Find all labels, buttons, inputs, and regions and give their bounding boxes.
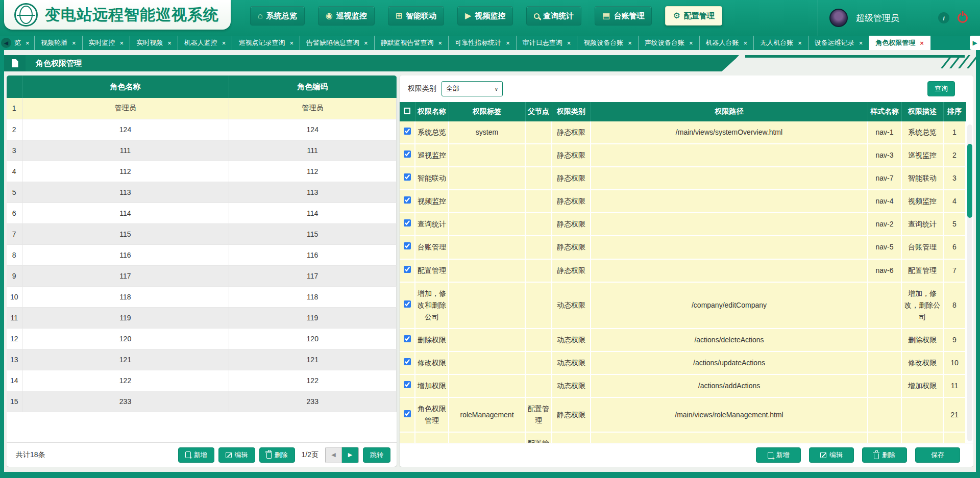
permission-row[interactable]: 巡视监控 静态权限 nav-3 巡视监控 2 <box>400 144 966 167</box>
permission-row[interactable]: 台账管理 静态权限 nav-5 台账管理 6 <box>400 236 966 259</box>
nav-ledger-management[interactable]: ▤ 台账管理 <box>595 6 652 26</box>
permission-row[interactable]: 增加权限 动态权限 /actions/addActions 增加权限 11 <box>400 374 966 397</box>
role-code-cell[interactable]: 117 <box>229 265 397 286</box>
tab[interactable]: 可靠性指标统计 × <box>449 36 517 50</box>
permission-row[interactable]: 查询统计 静态权限 nav-2 查询统计 5 <box>400 213 966 236</box>
next-page-button[interactable]: ▶ <box>342 447 358 463</box>
role-name-cell[interactable]: 113 <box>22 182 229 203</box>
role-row[interactable]: 3 111 111 <box>7 140 397 161</box>
role-row[interactable]: 15 233 233 <box>7 391 397 412</box>
permission-checkbox[interactable] <box>404 335 411 342</box>
role-edit-button[interactable]: 编辑 <box>218 447 255 463</box>
tab-close-icon[interactable]: × <box>167 39 172 47</box>
nav-config-management[interactable]: ⚙ 配置管理 <box>665 6 722 26</box>
role-code-cell[interactable]: 120 <box>229 328 397 349</box>
tab-close-icon[interactable]: × <box>120 39 124 47</box>
tab[interactable]: 无人机台账 × <box>754 36 808 50</box>
role-name-cell[interactable]: 115 <box>22 223 229 244</box>
role-name-cell[interactable]: 121 <box>22 349 229 370</box>
permission-checkbox[interactable] <box>404 381 411 388</box>
perm-edit-button[interactable]: 编辑 <box>809 447 854 463</box>
nav-video-monitor[interactable]: ▶ 视频监控 <box>457 6 513 26</box>
tab-close-icon[interactable]: × <box>506 39 510 47</box>
tab[interactable]: 巡视点记录查询 × <box>232 36 300 50</box>
tab-close-icon[interactable]: × <box>72 39 76 47</box>
role-row[interactable]: 11 119 119 <box>7 307 397 328</box>
permission-row[interactable]: 智能联动 静态权限 nav-7 智能联动 3 <box>400 167 966 190</box>
role-row[interactable]: 8 116 116 <box>7 244 397 265</box>
info-icon[interactable]: i <box>938 12 949 23</box>
role-name-cell[interactable]: 111 <box>22 140 229 161</box>
tab-close-icon[interactable]: × <box>26 39 30 47</box>
tab-close-icon[interactable]: × <box>567 39 571 47</box>
avatar[interactable] <box>829 9 848 27</box>
permission-row[interactable]: 修改权限 动态权限 /actions/updateActions 修改权限 10 <box>400 351 966 374</box>
role-name-cell[interactable]: 122 <box>22 370 229 391</box>
permission-checkbox[interactable] <box>404 128 411 135</box>
tab[interactable]: 视频设备台账 × <box>577 36 639 50</box>
role-code-cell[interactable]: 115 <box>229 223 397 244</box>
role-row[interactable]: 1 管理员 管理员 <box>7 98 397 119</box>
role-row[interactable]: 4 112 112 <box>7 161 397 182</box>
role-code-cell[interactable]: 112 <box>229 161 397 182</box>
role-name-cell[interactable]: 114 <box>22 203 229 223</box>
tab[interactable]: 静默监视告警查询 × <box>375 36 449 50</box>
select-all-checkbox[interactable] <box>404 108 410 114</box>
permission-type-select[interactable]: 全部 ∨ <box>442 81 503 96</box>
role-code-cell[interactable]: 116 <box>229 244 397 265</box>
role-name-cell[interactable]: 管理员 <box>22 98 229 119</box>
tab[interactable]: 机器人台账 × <box>700 36 754 50</box>
role-name-cell[interactable]: 120 <box>22 328 229 349</box>
role-row[interactable]: 7 115 115 <box>7 223 397 244</box>
role-name-cell[interactable]: 119 <box>22 307 229 328</box>
role-code-cell[interactable]: 118 <box>229 286 397 307</box>
tab[interactable]: 实时监控 × <box>83 36 131 50</box>
tab-close-icon[interactable]: × <box>628 39 632 47</box>
tab[interactable]: 声纹设备台账 × <box>639 36 700 50</box>
permission-row[interactable]: 角色权限管理 roleManagement 配置管理 静态权限 /main/vi… <box>400 397 966 432</box>
role-name-cell[interactable]: 118 <box>22 286 229 307</box>
permission-checkbox[interactable] <box>404 173 411 181</box>
role-row[interactable]: 6 114 114 <box>7 203 397 223</box>
permission-row[interactable]: 配置管理 静态权限 nav-6 配置管理 7 <box>400 259 966 282</box>
permission-row[interactable]: 系统总览 system 静态权限 /main/views/systemOverv… <box>400 121 966 144</box>
permission-checkbox[interactable] <box>404 150 411 158</box>
nav-inspection-monitor[interactable]: ◉ 巡视监控 <box>318 6 375 26</box>
role-delete-button[interactable]: 删除 <box>259 447 295 463</box>
tab-close-icon[interactable]: × <box>859 39 863 47</box>
role-code-cell[interactable]: 122 <box>229 370 397 391</box>
permission-checkbox[interactable] <box>404 300 411 308</box>
role-name-cell[interactable]: 116 <box>22 244 229 265</box>
permission-checkbox[interactable] <box>404 242 411 249</box>
save-button[interactable]: 保存 <box>915 447 960 463</box>
role-row[interactable]: 13 121 121 <box>7 349 397 370</box>
role-row[interactable]: 14 122 122 <box>7 370 397 391</box>
perm-delete-button[interactable]: 删除 <box>862 447 907 463</box>
prev-page-button[interactable]: ◀ <box>326 447 342 463</box>
role-name-cell[interactable]: 117 <box>22 265 229 286</box>
power-logout-icon[interactable] <box>958 13 968 23</box>
tab-close-icon[interactable]: × <box>289 39 293 47</box>
role-name-cell[interactable]: 124 <box>22 119 229 140</box>
tab-close-icon[interactable]: × <box>798 39 802 47</box>
nav-system-overview[interactable]: ⌂ 系统总览 <box>250 6 305 26</box>
perm-add-button[interactable]: 新增 <box>756 447 801 463</box>
table-scrollbar[interactable] <box>967 124 972 441</box>
tab[interactable]: 设备运维记录 × <box>808 36 870 50</box>
role-row[interactable]: 5 113 113 <box>7 182 397 203</box>
tab-close-icon[interactable]: × <box>222 39 226 47</box>
nav-query-statistics[interactable]: 查询统计 <box>526 6 581 26</box>
tab[interactable]: 实时视频 × <box>130 36 178 50</box>
nav-smart-linkage[interactable]: ⊞ 智能联动 <box>388 6 444 26</box>
role-code-cell[interactable]: 119 <box>229 307 397 328</box>
role-code-cell[interactable]: 113 <box>229 182 397 203</box>
role-row[interactable]: 9 117 117 <box>7 265 397 286</box>
role-row[interactable]: 2 124 124 <box>7 119 397 140</box>
tab-scroll-right-button[interactable]: ▶ <box>970 36 980 50</box>
role-code-cell[interactable]: 111 <box>229 140 397 161</box>
scrollbar-thumb[interactable] <box>967 144 972 218</box>
permission-checkbox[interactable] <box>404 410 411 417</box>
tab-close-icon[interactable]: × <box>744 39 748 47</box>
permission-checkbox[interactable] <box>404 266 411 273</box>
jump-page-button[interactable]: 跳转 <box>363 447 390 463</box>
